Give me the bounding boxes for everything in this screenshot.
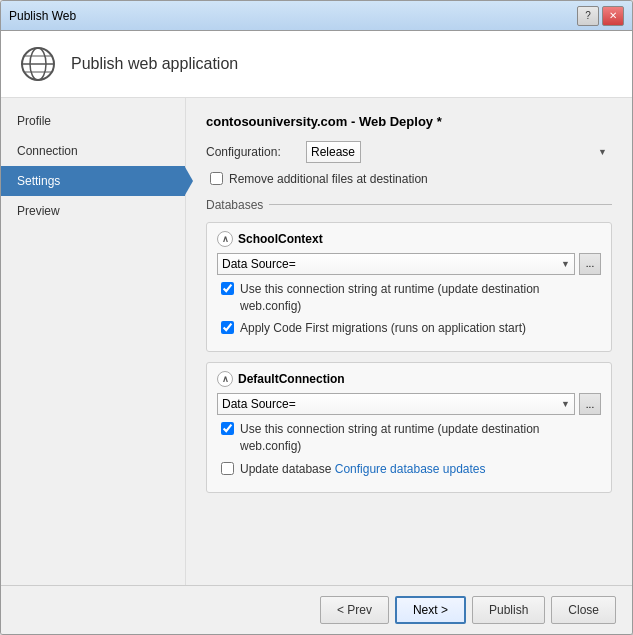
- default-connection-group: ∧ DefaultConnection Data Source= ...: [206, 362, 612, 492]
- header-area: Publish web application: [1, 31, 632, 98]
- publish-web-dialog: Publish Web ? ✕ Publish web application …: [0, 0, 633, 635]
- databases-label: Databases: [206, 198, 612, 212]
- publish-button[interactable]: Publish: [472, 596, 545, 624]
- school-context-select-row: Data Source= ...: [217, 253, 601, 275]
- header-title: Publish web application: [71, 55, 238, 73]
- sidebar-item-connection[interactable]: Connection: [1, 136, 185, 166]
- remove-files-checkbox[interactable]: [210, 172, 223, 185]
- school-context-ellipsis[interactable]: ...: [579, 253, 601, 275]
- config-row: Configuration: Debug Release: [206, 141, 612, 163]
- footer: < Prev Next > Publish Close: [1, 585, 632, 634]
- window-title: Publish Web: [9, 9, 76, 23]
- globe-icon: [17, 43, 59, 85]
- close-button[interactable]: Close: [551, 596, 616, 624]
- school-use-runtime-label: Use this connection string at runtime (u…: [240, 281, 601, 315]
- default-use-runtime-checkbox[interactable]: [221, 422, 234, 435]
- update-db-label: Update database Configure database updat…: [240, 461, 486, 478]
- window-close-button[interactable]: ✕: [602, 6, 624, 26]
- school-context-select-wrapper: Data Source=: [217, 253, 575, 275]
- default-connection-select-row: Data Source= ...: [217, 393, 601, 415]
- title-bar-left: Publish Web: [9, 9, 76, 23]
- school-migrations-label: Apply Code First migrations (runs on app…: [240, 320, 526, 337]
- default-connection-select-wrapper: Data Source=: [217, 393, 575, 415]
- school-context-group: ∧ SchoolContext Data Source= ... Us: [206, 222, 612, 352]
- default-connection-collapse[interactable]: ∧: [217, 371, 233, 387]
- config-select-wrapper: Debug Release: [306, 141, 612, 163]
- default-connection-ellipsis[interactable]: ...: [579, 393, 601, 415]
- content-area: Profile Connection Settings Preview cont…: [1, 98, 632, 585]
- school-use-runtime-row: Use this connection string at runtime (u…: [221, 281, 601, 315]
- configure-db-link[interactable]: Configure database updates: [335, 462, 486, 476]
- school-migrations-checkbox[interactable]: [221, 321, 234, 334]
- title-bar: Publish Web ? ✕: [1, 1, 632, 31]
- prev-button[interactable]: < Prev: [320, 596, 389, 624]
- sidebar: Profile Connection Settings Preview: [1, 98, 186, 585]
- connection-title: contosouniversity.com - Web Deploy *: [206, 114, 612, 129]
- school-use-runtime-checkbox[interactable]: [221, 282, 234, 295]
- title-bar-buttons: ? ✕: [577, 6, 624, 26]
- config-select[interactable]: Debug Release: [306, 141, 361, 163]
- help-button[interactable]: ?: [577, 6, 599, 26]
- databases-section: Databases ∧ SchoolContext Data Source=: [206, 198, 612, 493]
- school-context-header: ∧ SchoolContext: [217, 231, 601, 247]
- remove-files-label: Remove additional files at destination: [229, 171, 428, 188]
- remove-files-row: Remove additional files at destination: [210, 171, 612, 188]
- sidebar-item-profile[interactable]: Profile: [1, 106, 185, 136]
- default-connection-select[interactable]: Data Source=: [217, 393, 575, 415]
- update-db-row: Update database Configure database updat…: [221, 461, 601, 478]
- update-db-checkbox[interactable]: [221, 462, 234, 475]
- next-button[interactable]: Next >: [395, 596, 466, 624]
- default-connection-header: ∧ DefaultConnection: [217, 371, 601, 387]
- default-connection-name: DefaultConnection: [238, 372, 345, 386]
- default-use-runtime-row: Use this connection string at runtime (u…: [221, 421, 601, 455]
- school-context-select[interactable]: Data Source=: [217, 253, 575, 275]
- config-label: Configuration:: [206, 145, 306, 159]
- default-use-runtime-label: Use this connection string at runtime (u…: [240, 421, 601, 455]
- sidebar-item-settings[interactable]: Settings: [1, 166, 185, 196]
- sidebar-item-preview[interactable]: Preview: [1, 196, 185, 226]
- main-content: contosouniversity.com - Web Deploy * Con…: [186, 98, 632, 585]
- school-context-collapse[interactable]: ∧: [217, 231, 233, 247]
- school-migrations-row: Apply Code First migrations (runs on app…: [221, 320, 601, 337]
- school-context-name: SchoolContext: [238, 232, 323, 246]
